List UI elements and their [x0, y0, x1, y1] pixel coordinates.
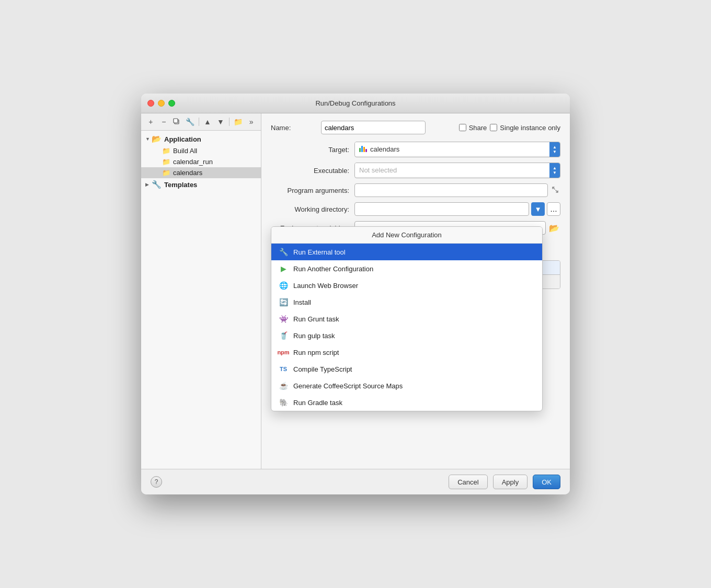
titlebar: Run/Debug Configurations [141, 94, 570, 113]
program-args-input[interactable] [354, 183, 548, 197]
ok-button[interactable]: OK [533, 475, 560, 489]
share-label-text: Share [469, 124, 487, 132]
expand-arrow-templates: ▶ [145, 182, 152, 187]
sidebar-toolbar: + − 🔧 ▲ ▼ 📁 » [141, 113, 261, 131]
apply-button[interactable]: Apply [493, 475, 528, 489]
right-panel: Name: Share Single instance only Target: [261, 113, 570, 469]
wrench-button[interactable]: 🔧 [185, 116, 196, 128]
install-label: Install [293, 298, 311, 306]
grunt-icon: 👾 [279, 314, 288, 324]
header-row: Name: Share Single instance only [271, 121, 560, 134]
tree-templates-group[interactable]: ▶ 🔧 Templates [141, 178, 261, 191]
up-arrow-icon: ▲ [553, 145, 557, 149]
gulp-icon: 🥤 [279, 331, 288, 340]
build-all-label: Build All [173, 147, 197, 155]
executable-label: Executable: [271, 167, 349, 175]
minimize-button[interactable] [158, 100, 165, 107]
single-instance-checkbox[interactable] [490, 124, 497, 131]
target-field-container: calendars ▲ ▼ [354, 142, 560, 157]
target-row: Target: calendars [271, 142, 560, 157]
executable-row: Executable: Not selected ▲ ▼ [271, 163, 560, 178]
share-checkbox[interactable] [459, 124, 466, 131]
working-dir-ellipsis-button[interactable]: … [547, 202, 560, 216]
dropdown-item-grunt[interactable]: 👾 Run Grunt task [271, 310, 542, 327]
folder-button[interactable]: 📁 [233, 116, 244, 128]
env-vars-folder-button[interactable]: 📂 [548, 222, 560, 234]
tree-calendars[interactable]: 📁 calendars [141, 167, 261, 178]
gradle-icon: 🐘 [279, 398, 288, 407]
svg-rect-1 [174, 119, 178, 123]
tree-application-group[interactable]: ▼ 📂 Application [141, 133, 261, 145]
run-external-icon: 🔧 [279, 247, 288, 257]
npm-label: Run npm script [293, 349, 339, 356]
maximize-button[interactable] [168, 100, 175, 107]
more-button[interactable]: » [246, 116, 257, 128]
program-args-container [354, 183, 560, 197]
coffeescript-label: Generate CoffeeScript Source Maps [293, 382, 403, 390]
copy-config-button[interactable] [171, 116, 182, 128]
target-bars-icon [359, 146, 367, 152]
cancel-button[interactable]: Cancel [449, 475, 487, 489]
calendar-run-label: calendar_run [173, 158, 213, 166]
close-button[interactable] [147, 100, 154, 107]
target-value: calendars [355, 142, 549, 156]
dropdown-item-coffeescript[interactable]: ☕ Generate CoffeeScript Source Maps [271, 377, 542, 394]
executable-dropdown-arrows[interactable]: ▲ ▼ [549, 163, 560, 178]
calendars-icon: 📁 [162, 169, 170, 177]
program-args-row: Program arguments: [271, 183, 560, 197]
working-dir-container: ▼ … [354, 202, 560, 216]
down-arrow-icon: ▼ [553, 150, 557, 154]
traffic-lights [147, 100, 175, 107]
working-dir-label: Working directory: [271, 205, 349, 213]
target-dropdown-arrows[interactable]: ▲ ▼ [549, 142, 560, 157]
run-another-icon: ▶ [279, 264, 288, 273]
working-dir-dropdown-button[interactable]: ▼ [531, 202, 545, 216]
expand-args-button[interactable] [550, 185, 560, 195]
npm-icon: npm [279, 348, 288, 357]
calendars-label: calendars [173, 169, 202, 177]
main-content: + − 🔧 ▲ ▼ 📁 » ▼ [141, 113, 570, 469]
dropdown-item-gradle[interactable]: 🐘 Run Gradle task [271, 394, 542, 411]
bottom-bar: ? Cancel Apply OK [141, 469, 570, 494]
dropdown-item-gulp[interactable]: 🥤 Run gulp task [271, 327, 542, 344]
name-label: Name: [271, 124, 313, 132]
move-down-button[interactable]: ▼ [215, 116, 226, 128]
gradle-label: Run Gradle task [293, 399, 342, 407]
single-instance-text: Single instance only [500, 124, 560, 132]
executable-field-container: Not selected ▲ ▼ [354, 163, 560, 178]
remove-config-button[interactable]: − [158, 116, 169, 128]
add-config-button[interactable]: + [145, 116, 156, 128]
share-checkbox-label[interactable]: Share [459, 124, 487, 132]
dropdown-item-typescript[interactable]: TS Compile TypeScript [271, 361, 542, 377]
dropdown-item-web-browser[interactable]: 🌐 Launch Web Browser [271, 277, 542, 294]
working-dir-row: Working directory: ▼ … [271, 202, 560, 216]
target-label: Target: [271, 146, 349, 154]
help-button[interactable]: ? [151, 476, 162, 488]
gulp-label: Run gulp task [293, 332, 335, 340]
executable-placeholder: Not selected [355, 163, 549, 177]
exec-up-arrow-icon: ▲ [553, 166, 557, 170]
working-dir-input[interactable] [354, 202, 529, 216]
typescript-icon: TS [279, 364, 288, 374]
executable-select-wrapper[interactable]: Not selected ▲ ▼ [354, 163, 560, 178]
dropdown-header: Add New Configuration [271, 227, 542, 244]
exec-down-arrow-icon: ▼ [553, 171, 557, 175]
application-label: Application [164, 135, 201, 143]
move-up-button[interactable]: ▲ [202, 116, 213, 128]
tree-build-all[interactable]: 📁 Build All [141, 145, 261, 156]
application-folder-icon: 📂 [152, 134, 162, 144]
target-select-wrapper[interactable]: calendars ▲ ▼ [354, 142, 560, 157]
tree-calendar-run[interactable]: 📁 calendar_run [141, 156, 261, 167]
templates-icon: 🔧 [152, 180, 162, 189]
name-input[interactable] [321, 121, 426, 134]
single-instance-label[interactable]: Single instance only [490, 124, 560, 132]
web-browser-label: Launch Web Browser [293, 282, 358, 290]
target-value-text: calendars [370, 145, 399, 153]
dropdown-item-install[interactable]: 🔄 Install [271, 294, 542, 310]
dropdown-item-run-another[interactable]: ▶ Run Another Configuration [271, 260, 542, 277]
coffeescript-icon: ☕ [279, 381, 288, 390]
dropdown-item-run-external[interactable]: 🔧 Run External tool [271, 244, 542, 260]
separator [199, 118, 199, 126]
dropdown-item-npm[interactable]: npm Run npm script [271, 344, 542, 361]
config-tree: ▼ 📂 Application 📁 Build All 📁 calendar_r… [141, 131, 261, 469]
